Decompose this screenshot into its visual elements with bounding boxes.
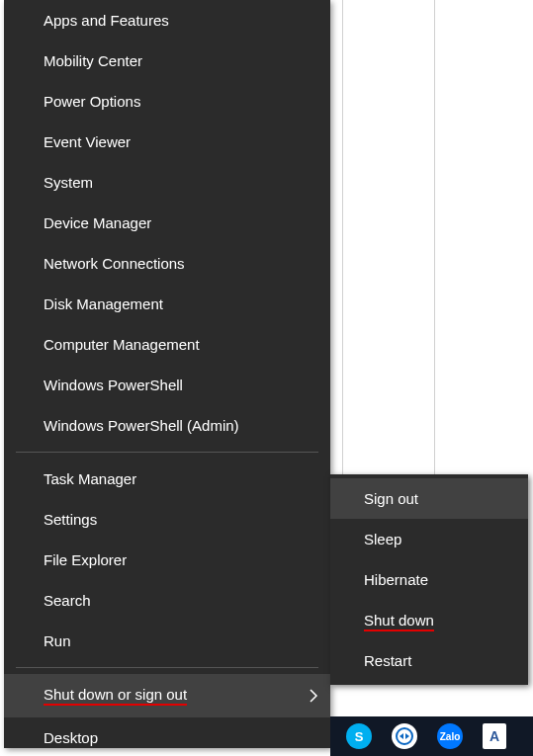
menu-item-label: Windows PowerShell [44,377,183,393]
menu-item-label: System [44,174,93,191]
menu-item-label: Windows PowerShell (Admin) [44,417,239,434]
menu-event-viewer[interactable]: Event Viewer [4,122,330,162]
menu-item-label: Network Connections [44,255,185,272]
winx-menu: Apps and Features Mobility Center Power … [4,0,330,748]
menu-separator [16,667,318,668]
submenu-item-label: Shut down [364,612,434,631]
menu-shut-down-or-sign-out[interactable]: Shut down or sign out [4,674,330,717]
menu-computer-management[interactable]: Computer Management [4,324,330,365]
menu-item-label: Search [44,592,91,609]
submenu-restart[interactable]: Restart [330,640,528,681]
icon-glyph: S [355,729,364,744]
shutdown-submenu: Sign out Sleep Hibernate Shut down Resta… [330,474,528,685]
menu-item-label: Shut down or sign out [44,686,187,706]
submenu-item-label: Sleep [364,531,401,547]
menu-item-label: Computer Management [44,336,200,353]
menu-item-label: Power Options [44,93,140,110]
menu-run[interactable]: Run [4,621,330,661]
submenu-sign-out[interactable]: Sign out [330,478,528,519]
submenu-item-label: Sign out [364,490,418,507]
menu-item-label: Mobility Center [44,52,142,69]
menu-mobility-center[interactable]: Mobility Center [4,41,330,81]
menu-search[interactable]: Search [4,580,330,621]
menu-system[interactable]: System [4,162,330,203]
menu-disk-management[interactable]: Disk Management [4,284,330,324]
menu-file-explorer[interactable]: File Explorer [4,540,330,580]
menu-item-label: Apps and Features [44,12,169,29]
menu-network-connections[interactable]: Network Connections [4,243,330,284]
menu-windows-powershell[interactable]: Windows PowerShell [4,365,330,405]
menu-settings[interactable]: Settings [4,499,330,540]
menu-item-label: Event Viewer [44,133,131,150]
menu-desktop[interactable]: Desktop [4,717,330,756]
menu-item-label: Run [44,632,71,649]
submenu-item-label: Hibernate [364,571,428,588]
menu-apps-and-features[interactable]: Apps and Features [4,0,330,41]
submenu-item-label: Restart [364,652,411,669]
menu-item-label: File Explorer [44,551,127,568]
menu-task-manager[interactable]: Task Manager [4,459,330,499]
teamviewer-icon[interactable] [392,723,417,749]
svg-point-0 [397,728,412,744]
submenu-sleep[interactable]: Sleep [330,519,528,559]
background-panel [342,0,435,492]
submenu-hibernate[interactable]: Hibernate [330,559,528,600]
teamviewer-glyph [396,727,413,745]
menu-device-manager[interactable]: Device Manager [4,203,330,243]
menu-item-label: Settings [44,511,97,528]
taskbar: S Zalo A [330,716,533,756]
menu-power-options[interactable]: Power Options [4,81,330,122]
menu-item-label: Disk Management [44,295,163,312]
menu-item-label: Task Manager [44,470,136,487]
word-icon[interactable]: A [483,723,506,749]
menu-separator [16,452,318,453]
menu-item-label: Desktop [44,729,98,746]
menu-item-label: Device Manager [44,214,151,231]
zalo-icon[interactable]: Zalo [437,723,463,749]
menu-windows-powershell-admin[interactable]: Windows PowerShell (Admin) [4,405,330,446]
skype-icon[interactable]: S [346,723,372,749]
icon-glyph: A [489,728,499,744]
submenu-shut-down[interactable]: Shut down [330,600,528,640]
chevron-right-icon [309,689,318,703]
icon-glyph: Zalo [440,731,461,742]
